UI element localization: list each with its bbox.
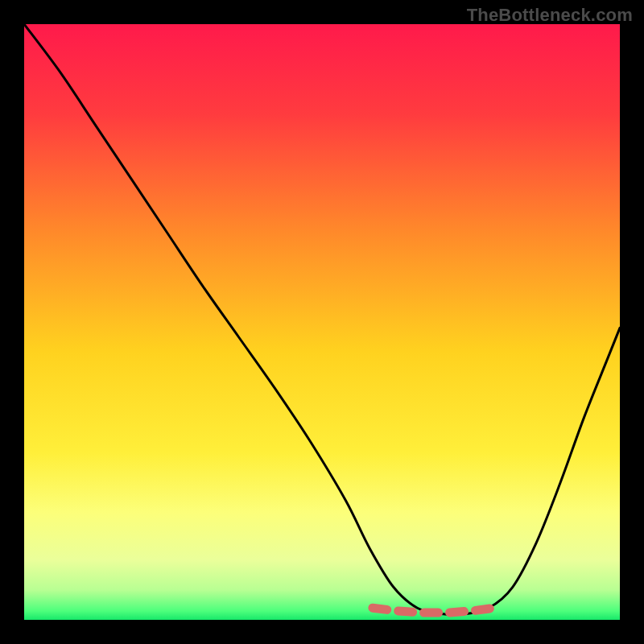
watermark-text: TheBottleneck.com (467, 5, 633, 26)
bottom-marker (373, 608, 495, 613)
bottleneck-curve (24, 24, 620, 615)
chart-svg (24, 24, 620, 620)
chart-frame: TheBottleneck.com (0, 0, 644, 644)
plot-area (24, 24, 620, 620)
